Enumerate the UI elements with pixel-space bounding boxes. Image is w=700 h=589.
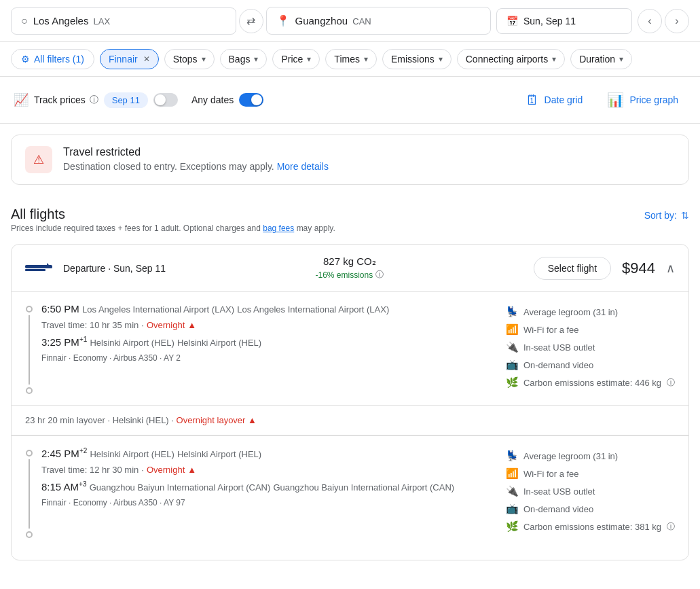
filter-chip-price[interactable]: Price ▾ — [272, 49, 320, 69]
depart-airport-2: Helsinki Airport (HEL) — [90, 449, 174, 459]
flight-emissions-info: 827 kg CO₂ -16% emissions ⓘ — [315, 255, 384, 281]
chevron-down-icon: ▾ — [552, 54, 556, 64]
track-date-chip[interactable]: Sep 11 — [104, 92, 148, 108]
info-icon[interactable]: ⓘ — [90, 94, 98, 106]
all-filters-button[interactable]: ⚙ All filters (1) — [11, 49, 94, 69]
track-prices-section: 📈 Track prices ⓘ Sep 11 — [14, 92, 178, 108]
date-text: Sun, Sep 11 — [523, 16, 576, 26]
arrive-time-1: 3:25 PM+1 Helsinki Airport (HEL) Helsink… — [41, 336, 492, 348]
co2-amount: 827 kg CO₂ — [323, 255, 376, 268]
chip-remove-icon[interactable]: ✕ — [143, 54, 150, 64]
price-graph-icon: 📊 — [607, 92, 624, 108]
flight-summary: Departure · Sun, Sep 11 — [63, 263, 166, 274]
alert-message: Destination closed to entry. Exceptions … — [63, 161, 329, 172]
prev-date-button[interactable]: ‹ — [638, 9, 662, 33]
dot-column — [25, 303, 33, 394]
travel-time-2: Travel time: 12 hr 30 min · Overnight ▲ — [41, 465, 492, 475]
any-dates-toggle[interactable] — [239, 93, 263, 107]
airline-logo — [25, 260, 52, 277]
connect-line-2 — [29, 459, 30, 529]
chip-label: Price — [281, 54, 303, 65]
departure-label: Departure — [63, 263, 105, 274]
amenity-wifi-2: 📶 Wi-Fi for a fee — [506, 467, 675, 480]
alert-icon-wrapper: ⚠ — [25, 146, 52, 173]
arrive-airport-name-1: Helsinki Airport (HEL) — [90, 338, 174, 348]
date-grid-button[interactable]: 🗓 Date grid — [517, 88, 591, 112]
filter-chip-finnair[interactable]: Finnair ✕ — [100, 49, 159, 69]
segment-1-left: 6:50 PM Los Angeles International Airpor… — [25, 303, 492, 394]
emissions-icon: 🌿 — [506, 376, 518, 389]
date-nav: ‹ › — [638, 9, 689, 33]
filter-chip-emissions[interactable]: Emissions ▾ — [382, 49, 452, 69]
date-field[interactable]: 📅 Sun, Sep 11 — [496, 8, 632, 34]
amenity-wifi: 📶 Wi-Fi for a fee — [506, 323, 675, 336]
chevron-down-icon: ▾ — [254, 54, 258, 64]
origin-field[interactable]: ○ Los Angeles LAX — [11, 7, 236, 35]
segment-1-amenities: 💺 Average legroom (31 in) 📶 Wi-Fi for a … — [506, 303, 675, 394]
overnight-warning-icon-2: ▲ — [187, 465, 196, 475]
travel-restricted-alert: ⚠ Travel restricted Destination closed t… — [11, 135, 689, 185]
flights-title: All flights — [11, 207, 335, 222]
track-prices-icon: 📈 — [14, 92, 29, 107]
separator: · — [108, 263, 113, 274]
filter-chip-stops[interactable]: Stops ▾ — [164, 49, 215, 69]
filter-chip-bags[interactable]: Bags ▾ — [220, 49, 268, 69]
co2-info-icon-2[interactable]: ⓘ — [667, 521, 675, 533]
circle-icon: ○ — [21, 15, 28, 27]
flights-subtitle: Prices include required taxes + fees for… — [11, 224, 335, 233]
alert-content: Travel restricted Destination closed to … — [63, 146, 329, 172]
flight-card-header[interactable]: Departure · Sun, Sep 11 827 kg CO₂ -16% … — [12, 245, 688, 291]
alert-title: Travel restricted — [63, 146, 329, 158]
flight-card: Departure · Sun, Sep 11 827 kg CO₂ -16% … — [11, 244, 689, 560]
amenity-co2-2: 🌿 Carbon emissions estimate: 381 kg ⓘ — [506, 520, 675, 533]
next-date-button[interactable]: › — [665, 9, 689, 33]
depart-dot — [26, 306, 33, 313]
track-prices-toggle[interactable] — [153, 93, 178, 107]
video-icon-2: 📺 — [506, 503, 518, 515]
bag-fees-link[interactable]: bag fees — [263, 224, 294, 233]
chip-label: Stops — [173, 54, 198, 65]
chevron-down-icon: ▾ — [364, 54, 368, 64]
filter-bar: ⚙ All filters (1) Finnair ✕ Stops ▾ Bags… — [0, 42, 700, 77]
sort-button[interactable]: Sort by: ⇅ — [644, 210, 689, 221]
amenity-video-2: 📺 On-demand video — [506, 503, 675, 515]
track-prices-bar: 📈 Track prices ⓘ Sep 11 Any dates 🗓 Date… — [0, 77, 700, 124]
co2-info-icon[interactable]: ⓘ — [667, 377, 675, 389]
emissions-info-icon[interactable]: ⓘ — [375, 269, 384, 281]
depart-time-2: 2:45 PM+2 Helsinki Airport (HEL) Helsink… — [41, 447, 492, 459]
select-flight-button[interactable]: Select flight — [534, 257, 611, 280]
collapse-icon[interactable]: ∧ — [666, 261, 675, 276]
flight-header-right: Select flight $944 ∧ — [534, 257, 675, 280]
overnight-layover-label: Overnight layover — [177, 415, 246, 425]
filter-chip-duration[interactable]: Duration ▾ — [570, 49, 632, 69]
departure-date: Sun, Sep 11 — [113, 263, 166, 274]
depart-time-1: 6:50 PM Los Angeles International Airpor… — [41, 303, 492, 315]
depart-airport-name-1: Los Angeles International Airport (LAX) — [237, 304, 389, 315]
arrive-dot-2 — [26, 531, 33, 538]
emissions-badge: -16% emissions ⓘ — [315, 269, 384, 281]
destination-field[interactable]: 📍 Guangzhou CAN — [266, 7, 492, 35]
arrive-time-2: 8:15 AM+3 Guangzhou Baiyun International… — [41, 480, 492, 493]
chevron-down-icon: ▾ — [307, 54, 311, 64]
flights-header: All flights Prices include required taxe… — [11, 196, 689, 236]
usb-icon-2: 🔌 — [506, 485, 518, 497]
swap-button[interactable]: ⇄ — [239, 9, 263, 33]
chip-label: Connecting airports — [466, 54, 548, 65]
wifi-icon-2: 📶 — [506, 467, 518, 480]
filter-icon: ⚙ — [21, 54, 30, 65]
layover-row: 23 hr 20 min layover · Helsinki (HEL) · … — [12, 405, 688, 435]
overnight-warning-icon: ▲ — [187, 320, 196, 330]
price-graph-button[interactable]: 📊 Price graph — [599, 88, 686, 112]
overnight-label-2: Overnight — [147, 465, 185, 475]
alert-more-details-link[interactable]: More details — [277, 161, 329, 172]
origin-text: Los Angeles LAX — [33, 15, 110, 26]
arrive-dot — [26, 387, 33, 394]
toggle-knob — [155, 94, 166, 105]
filter-chip-connecting[interactable]: Connecting airports ▾ — [457, 49, 565, 69]
amenity-legroom-2: 💺 Average legroom (31 in) — [506, 450, 675, 462]
destination-text: Guangzhou CAN — [295, 15, 371, 26]
svg-rect-1 — [25, 269, 45, 271]
filter-chip-times[interactable]: Times ▾ — [325, 49, 377, 69]
chevron-down-icon: ▾ — [619, 54, 623, 64]
search-bar: ○ Los Angeles LAX ⇄ 📍 Guangzhou CAN 📅 Su… — [0, 0, 700, 42]
